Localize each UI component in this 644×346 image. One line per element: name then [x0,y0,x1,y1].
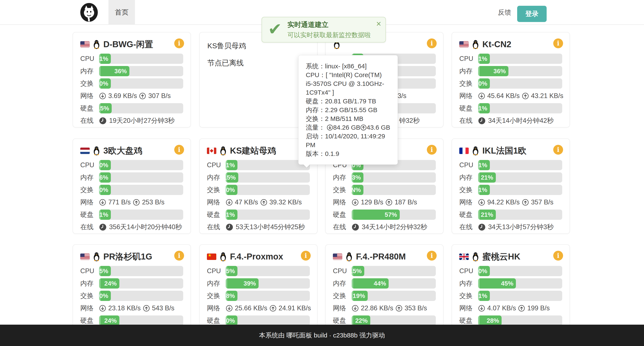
info-icon[interactable]: i [174,38,184,48]
tooltip-line: 内存：2.29 GB/15.55 GB [306,106,390,114]
upload-speed: 43.21 KB/s [531,92,564,100]
stat-row: 在线 356天14小时20分钟40秒 [80,222,183,232]
usage-bar-fill: 44% [352,278,388,288]
feedback-link[interactable]: 反馈 [496,0,514,25]
clock-icon [478,117,486,124]
tooltip-line: 版本：0.1.9 [306,149,390,158]
stat-label: 交换 [207,291,226,300]
site-logo[interactable] [78,2,100,22]
usage-bar-track: 24% [99,316,183,326]
download-speed: 25.66 KB/s [235,304,267,312]
usage-bar-fill: 22% [352,316,370,326]
stat-row: 硬盘 15% [80,103,183,114]
usage-percent: 36% [494,66,506,76]
info-icon[interactable]: i [427,38,437,48]
server-card: D-BWG-闲置 i CPU 1% 内存 36% 交换 0% [72,32,191,128]
info-icon[interactable]: i [174,251,184,260]
down-arrow-circle-icon [352,305,359,312]
stat-label: 硬盘 [459,104,478,113]
usage-bar-fill: 19% [352,291,368,301]
info-icon[interactable]: i [553,251,563,260]
usage-percent: 22% [355,316,368,326]
usage-bar-fill: 1% [99,54,111,64]
info-icon[interactable]: i [174,145,184,155]
login-button[interactable]: 登录 [517,6,547,22]
uptime: 53天13小时45分钟25秒 [226,222,305,232]
server-name: F.4.-PR480M [356,252,406,262]
tooltip-value: 2 MB/511 MB [325,115,364,122]
toast-close-icon[interactable]: × [376,20,381,28]
up-arrow-circle-icon [143,305,150,312]
usage-bar-track: 5% [226,266,310,276]
up-arrow-circle-icon [396,305,402,312]
stat-row: 交换 N% [333,185,436,195]
usage-bar-fill: 36% [478,66,508,76]
stat-row: 网络 45.64 KB/s 43.21 KB/s [459,91,562,101]
network-speed: 47 KB/s 39.32 KB/s [226,198,302,206]
usage-bar-fill: 1% [226,160,238,170]
stat-label: CPU [207,161,226,169]
stat-row: 硬盘 1% [80,210,183,220]
stat-label: 交换 [459,291,478,300]
upload-speed: 199 B/s [527,304,550,312]
maple-glyph [210,149,214,152]
usage-percent: 15% [99,103,109,114]
uptime-text: 34天14小时4分钟42秒 [488,116,554,125]
server-card-title: F.4.-PR480M [333,250,436,263]
usage-bar-track: 0% [99,185,183,195]
stat-label: 交换 [333,186,352,194]
info-icon[interactable]: i [553,38,563,48]
stat-row: CPU 0% [80,160,183,170]
country-flag-cn-icon: ★ [207,254,216,260]
usage-bar-track: 0% [226,185,310,195]
info-icon[interactable]: i [427,251,437,260]
stat-row: CPU 1% [80,54,183,64]
upload-speed: 353 B/s [405,304,427,312]
usage-percent: 15% [352,266,362,276]
stat-row: CPU 1% [459,160,562,170]
download-speed: 129 B/s [361,198,383,206]
tooltip-line: 硬盘：20.81 GB/1.79 TB [306,97,390,106]
down-arrow-circle-icon [99,92,106,100]
up-arrow-circle-icon [133,199,140,206]
info-icon[interactable]: i [301,251,311,260]
traffic-down: 84.26 GB [333,124,360,131]
tooltip-value: 0.1.9 [325,150,339,157]
usage-bar-fill: 11% [478,103,490,114]
up-arrow-circle-icon [518,305,525,312]
tooltip-line: 启动：10/14/2020, 11:49:29 PM [306,132,390,149]
tab-home[interactable]: 首页 [108,0,135,25]
toast-message: 可以实时获取最新监控数据啦 [288,31,371,40]
stat-row: 网络 25.66 KB/s 24.91 KB/s [207,303,310,313]
info-icon[interactable]: i [427,145,437,155]
country-flag-us-icon [80,254,90,260]
stat-label: 网络 [333,304,352,313]
usage-bar-track: 11% [478,103,562,114]
down-arrow-circle-icon [226,199,233,206]
clock-icon [99,117,106,124]
down-arrow-circle-icon [99,199,106,206]
stat-label: CPU [459,267,478,275]
usage-percent: 1% [99,210,108,220]
usage-bar-track: 39% [226,278,310,288]
info-icon[interactable]: i [553,145,563,155]
stat-label: 在线 [80,222,99,232]
stat-row: 在线 34天13小时57分钟3秒 [459,222,562,232]
server-name: D-BWG-闲置 [103,38,153,50]
star-glyph: ★ [208,254,212,258]
clock-icon [352,224,359,231]
usage-bar-fill: 45% [478,278,516,288]
server-name: 蜜桃云HK [482,251,520,262]
uptime-fragment: 钟32秒 [399,116,420,125]
network-speed-fragment: 3/s [398,92,406,100]
usage-percent: 57% [385,210,397,220]
stat-row: 内存 3% [333,172,436,182]
stat-row: 硬盘 1% [207,210,310,220]
stat-row: 交换 8% [207,291,310,301]
download-speed: 771 B/s [108,198,131,206]
up-arrow-circle-icon [386,199,392,206]
uptime-text: 34天14小时2分钟32秒 [362,222,427,232]
usage-percent: 44% [374,278,386,288]
stat-label: 硬盘 [207,316,226,325]
stat-label: 网络 [459,198,478,207]
